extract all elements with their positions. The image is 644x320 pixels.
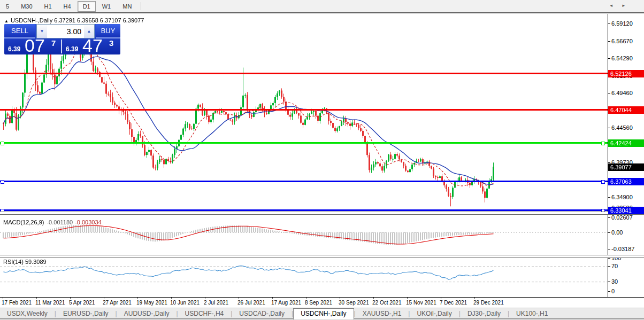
trading-platform-window: 5M30H1H4D1W1MN ▲USDCNH-,Daily 6.37291 6.… [0, 0, 644, 320]
rsi-label: RSI(14) 59.3089 [3, 259, 47, 265]
toolbar-separator [141, 2, 141, 10]
symbol-ohlc-text: USDCNH-,Daily 6.37291 6.39658 6.37107 6.… [11, 17, 144, 24]
timeframe-button-5[interactable]: 5 [1, 1, 14, 12]
chart-header: ▲USDCNH-,Daily 6.37291 6.39658 6.37107 6… [4, 17, 144, 24]
date-label: 10 Jun 2021 [170, 300, 200, 306]
date-label: 8 Sep 2021 [305, 300, 332, 306]
date-label: 27 Apr 2021 [103, 300, 132, 306]
price-tick-label: 6.49460 [611, 90, 633, 96]
ask-price-pips: 47 [82, 35, 103, 56]
bid-quote[interactable]: 6.39 07 7 [4, 38, 61, 54]
price-tick-label: 6.44560 [611, 124, 633, 131]
date-label: 5 Apr 2021 [69, 300, 95, 306]
chart-window: ▲USDCNH-,Daily 6.37291 6.39658 6.37107 6… [0, 13, 644, 308]
ask-price-point: 3 [109, 38, 113, 48]
price-tick-label: 6.59120 [611, 20, 633, 27]
line-drag-handle[interactable] [1, 142, 4, 145]
chart-tab-audusd[interactable]: AUDUSD-,Daily [117, 309, 177, 319]
time-axis-line [0, 297, 644, 298]
macd-signal-value: -0.003034 [75, 219, 102, 225]
chart-tab-xauusd[interactable]: XAUUSD-,H1 [356, 309, 409, 319]
rsi-tick-label: 0 [611, 288, 615, 294]
date-label: 15 Nov 2021 [406, 300, 436, 306]
one-click-trade-widget: SELL ▼ ▲ BUY 6.39 07 7 6.39 47 3 [4, 24, 120, 54]
chart-tab-eurusd[interactable]: EURUSD-,Daily [56, 309, 116, 319]
price-level-label: 6.42424 [608, 139, 644, 147]
horizontal-level-line[interactable] [0, 142, 608, 144]
macd-main-value: -0.001180 [47, 219, 73, 225]
collapse-triangle-icon[interactable]: ▲ [4, 19, 9, 24]
date-label: 26 Jul 2021 [237, 300, 265, 306]
ask-quote[interactable]: 6.39 47 3 [62, 38, 119, 54]
macd-tick-label: 0.02607 [611, 214, 633, 221]
chart-tab-ukoil[interactable]: UKOil-,Daily [410, 309, 458, 319]
date-label: 17 Aug 2021 [271, 300, 301, 306]
date-label: 7 Dec 2021 [440, 300, 467, 306]
timeframe-button-d1[interactable]: D1 [78, 1, 96, 12]
chart-tab-uk100[interactable]: UK100-,H1 [509, 309, 555, 319]
ask-price-base: 6.39 [66, 45, 78, 53]
price-level-label: 6.52126 [608, 70, 644, 77]
macd-tick-label: -0.03187 [611, 246, 634, 252]
tab-scroll-arrows[interactable]: ◂ ▸ [610, 3, 629, 8]
chart-tab-dj30[interactable]: DJ30-,Daily [461, 309, 508, 319]
timeframe-button-m30[interactable]: M30 [16, 1, 37, 12]
chart-tab-usdcnh[interactable]: USDCNH-,Daily [293, 308, 354, 319]
chart-tab-bar: USDX,Weekly|EURUSD-,Daily|AUDUSD-,Daily|… [0, 308, 644, 319]
rsi-tick-label: 70 [611, 263, 618, 269]
date-label: 2 Jul 2021 [204, 300, 228, 306]
rsi-pane-separator[interactable] [0, 255, 644, 258]
date-label: 17 Feb 2021 [2, 300, 32, 306]
line-drag-handle[interactable] [601, 180, 605, 184]
date-label: 30 Sep 2021 [339, 300, 369, 306]
date-label: 11 Mar 2021 [35, 300, 65, 306]
date-axis: 17 Feb 202111 Mar 20215 Apr 202127 Apr 2… [0, 298, 608, 308]
macd-title: MACD(12,26,9) [3, 219, 44, 225]
price-level-label: 6.47044 [608, 106, 644, 114]
chart-tab-usdchf[interactable]: USDCHF-,H4 [178, 309, 231, 319]
volume-input[interactable] [47, 25, 84, 38]
date-label: 29 Dec 2021 [473, 300, 504, 306]
price-tick-label: 6.34900 [611, 194, 633, 200]
macd-pane-separator[interactable] [0, 212, 644, 215]
line-drag-handle[interactable] [601, 142, 605, 145]
macd-label: MACD(12,26,9)-0.001180-0.003034 [3, 219, 102, 225]
timeframe-button-h4[interactable]: H4 [58, 1, 76, 12]
horizontal-level-line[interactable] [0, 209, 608, 211]
horizontal-level-line[interactable] [0, 73, 608, 74]
price-level-label: 6.37063 [608, 178, 644, 185]
rsi-title: RSI(14) 59.3089 [3, 259, 47, 265]
date-label: 19 May 2021 [136, 300, 167, 306]
bid-price-pips: 07 [25, 35, 45, 56]
timeframe-button-h1[interactable]: H1 [39, 1, 57, 12]
bid-price-base: 6.39 [8, 45, 20, 53]
horizontal-level-line[interactable] [0, 181, 608, 182]
rsi-indicator-canvas[interactable] [0, 257, 608, 297]
price-level-label: 6.39077 [608, 163, 644, 171]
price-level-label: 6.33041 [608, 207, 644, 214]
line-drag-handle[interactable] [1, 180, 4, 184]
price-tick-label: 6.54290 [611, 55, 633, 61]
timeframe-toolbar: 5M30H1H4D1W1MN [0, 0, 644, 13]
rsi-tick-label: 30 [611, 278, 618, 285]
chart-tab-usdx[interactable]: USDX,Weekly [0, 309, 55, 319]
price-tick-label: 6.56670 [611, 38, 633, 44]
timeframe-button-mn[interactable]: MN [117, 1, 137, 12]
chart-tab-usdcad[interactable]: USDCAD-,Daily [232, 309, 292, 319]
bid-price-point: 7 [51, 38, 56, 48]
horizontal-level-line[interactable] [0, 109, 608, 111]
timeframe-button-w1[interactable]: W1 [97, 1, 117, 12]
macd-tick-label: 0.00 [611, 229, 623, 236]
date-label: 22 Oct 2021 [372, 300, 401, 306]
